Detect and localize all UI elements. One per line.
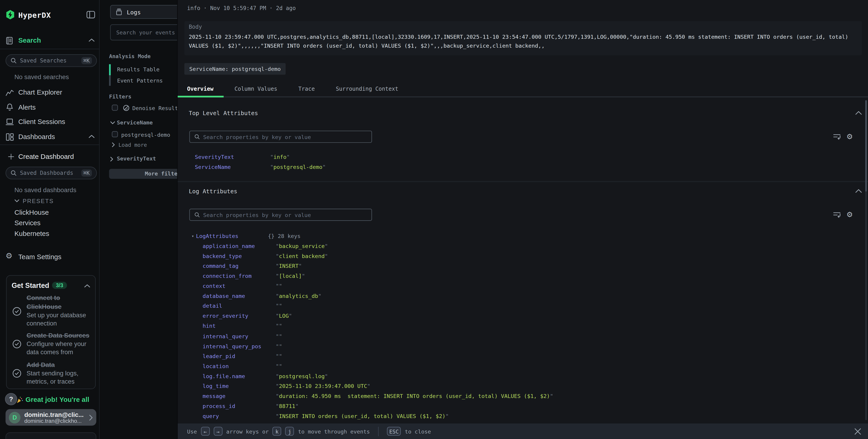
attribute-value[interactable] xyxy=(276,283,282,289)
attribute-value[interactable] xyxy=(276,333,282,339)
postgresql-demo-checkbox[interactable] xyxy=(112,131,118,137)
filter-group-severitytext[interactable]: SeverityText xyxy=(117,155,156,162)
attribute-key[interactable]: command_tag xyxy=(203,263,276,269)
close-panel-button[interactable] xyxy=(854,424,861,439)
sidebar-item-chart-explorer[interactable]: Chart Explorer xyxy=(18,89,62,96)
attribute-key[interactable]: location xyxy=(203,363,276,369)
attribute-value[interactable]: backup_service xyxy=(276,243,328,249)
chevron-up-icon[interactable] xyxy=(84,284,90,288)
top-level-search-input[interactable] xyxy=(203,133,367,140)
attribute-key[interactable]: log.file.name xyxy=(203,373,276,379)
load-more-button[interactable]: Load more xyxy=(119,142,147,148)
sidebar-item-kubernetes[interactable]: Kubernetes xyxy=(14,230,49,238)
help-button[interactable]: ? xyxy=(5,393,17,405)
service-name-tag[interactable]: ServiceName: postgresql-demo xyxy=(184,63,286,75)
get-started-step-title[interactable]: Create Data Sources xyxy=(27,331,94,340)
chevron-up-icon[interactable] xyxy=(89,134,95,138)
more-filters-button[interactable]: More filters xyxy=(109,169,177,179)
denoise-checkbox[interactable] xyxy=(112,105,118,111)
attribute-value[interactable]: [local] xyxy=(276,273,305,279)
attribute-value[interactable]: 2025-11-10 23:59:47.000 UTC xyxy=(276,383,370,389)
body-text[interactable]: 2025-11-10 23:59:47.000 UTC,postgres,ana… xyxy=(189,33,858,50)
collapse-sidebar-icon[interactable] xyxy=(86,10,95,19)
analysis-mode-label: Analysis Mode xyxy=(109,53,150,59)
user-profile-button[interactable]: D dominic.tran@clic... dominic.tran@clic… xyxy=(5,409,96,426)
attribute-key[interactable]: leader_pid xyxy=(203,353,276,359)
event-search-input[interactable] xyxy=(110,24,177,40)
attribute-value[interactable]: 88711 xyxy=(276,403,299,409)
attribute-value[interactable]: analytics_db xyxy=(276,293,321,299)
attribute-key[interactable]: log_time xyxy=(203,383,276,389)
product-updates-card[interactable] xyxy=(5,432,96,439)
kbd-k: k xyxy=(273,427,281,436)
collapse-section-icon[interactable] xyxy=(855,189,862,193)
attribute-key[interactable]: detail xyxy=(203,303,276,309)
tab-surrounding-context[interactable]: Surrounding Context xyxy=(336,86,398,92)
attribute-key[interactable]: ServiceName xyxy=(195,164,270,170)
attribute-key[interactable]: context xyxy=(203,283,276,289)
expand-triangle-icon[interactable]: ▾ xyxy=(191,233,196,239)
sidebar-item-services[interactable]: Services xyxy=(14,219,40,227)
chevron-up-icon[interactable] xyxy=(89,38,95,42)
attribute-key[interactable]: SeverityText xyxy=(195,154,270,160)
attribute-key[interactable]: query xyxy=(203,413,276,419)
filter-group-servicename[interactable]: ServiceName xyxy=(117,120,153,126)
sidebar-item-dashboards[interactable]: Dashboards xyxy=(18,133,55,140)
chevron-right-icon[interactable] xyxy=(110,157,114,162)
tab-trace[interactable]: Trace xyxy=(299,86,315,92)
attribute-key[interactable]: backend_type xyxy=(203,253,276,259)
chevron-right-icon[interactable] xyxy=(112,142,115,147)
attribute-value[interactable] xyxy=(276,343,282,349)
gear-icon[interactable]: ⚙ xyxy=(846,211,853,218)
filter-option-postgresql-demo[interactable]: postgresql-demo xyxy=(121,132,170,138)
gear-icon[interactable]: ⚙ xyxy=(846,133,853,140)
attribute-key[interactable]: connection_from xyxy=(203,273,276,279)
chevron-down-icon[interactable] xyxy=(110,121,115,125)
sidebar-item-team-settings[interactable]: Team Settings xyxy=(18,253,61,261)
log-attributes-search-input[interactable] xyxy=(203,212,367,218)
mode-event-patterns[interactable]: Event Patterns xyxy=(109,75,163,86)
attribute-key[interactable]: database_name xyxy=(203,293,276,299)
log-attributes-root-row[interactable]: ▾LogAttributes{} 28 keys xyxy=(191,231,553,241)
attribute-key[interactable]: message xyxy=(203,393,276,399)
chevron-down-icon[interactable] xyxy=(14,199,20,202)
attribute-key[interactable]: internal_query xyxy=(203,333,276,339)
source-selector-button[interactable]: Logs xyxy=(110,5,177,19)
attribute-value[interactable]: INSERT xyxy=(276,263,302,269)
attribute-value[interactable]: client backend xyxy=(276,253,328,259)
attribute-value[interactable] xyxy=(276,363,282,369)
attribute-key[interactable]: internal_query_pos xyxy=(203,343,276,349)
attribute-key[interactable]: hint xyxy=(203,323,276,329)
attribute-key[interactable]: process_id xyxy=(203,403,276,409)
wrap-lines-icon[interactable] xyxy=(833,211,841,218)
attribute-value[interactable] xyxy=(276,323,282,329)
attribute-value[interactable]: INSERT INTO orders (user_id, total) VALU… xyxy=(276,413,448,419)
attribute-value[interactable]: info xyxy=(270,154,290,160)
sidebar-item-client-sessions[interactable]: Client Sessions xyxy=(18,118,65,126)
sidebar-item-clickhouse[interactable]: ClickHouse xyxy=(14,209,49,217)
attribute-value[interactable]: postgresql-demo xyxy=(270,164,326,170)
sidebar-item-search[interactable]: Search xyxy=(18,36,41,44)
saved-searches-button[interactable]: Saved Searches ⌘K xyxy=(5,54,97,67)
attribute-value[interactable] xyxy=(276,353,282,359)
attribute-value[interactable]: duration: 45.950 ms statement: INSERT IN… xyxy=(276,393,553,399)
mode-results-table[interactable]: Results Table xyxy=(109,64,163,75)
create-dashboard-button[interactable]: Create Dashboard xyxy=(18,153,74,160)
scrollbar-thumb[interactable] xyxy=(865,100,867,192)
denoise-label[interactable]: Denoise Results xyxy=(132,105,177,111)
sidebar-item-alerts[interactable]: Alerts xyxy=(18,103,36,111)
attribute-value[interactable]: LOG xyxy=(276,313,292,319)
tab-column-values[interactable]: Column Values xyxy=(235,86,277,92)
collapse-section-icon[interactable] xyxy=(855,111,862,115)
attribute-key[interactable]: application_name xyxy=(203,243,276,249)
get-started-step-title[interactable]: Connect to ClickHouse xyxy=(27,293,88,311)
attribute-value[interactable] xyxy=(276,303,282,309)
presets-header[interactable]: PRESETS xyxy=(23,198,54,204)
attribute-key[interactable]: error_severity xyxy=(203,313,276,319)
tab-overview[interactable]: Overview xyxy=(187,86,214,92)
wrap-lines-icon[interactable] xyxy=(833,133,841,140)
get-started-step-title[interactable]: Add Data xyxy=(27,360,94,369)
attribute-row: database_nameanalytics_db xyxy=(191,291,553,301)
attribute-value[interactable]: postgresql.log xyxy=(276,373,328,379)
saved-dashboards-button[interactable]: Saved Dashboards ⌘K xyxy=(5,167,97,179)
